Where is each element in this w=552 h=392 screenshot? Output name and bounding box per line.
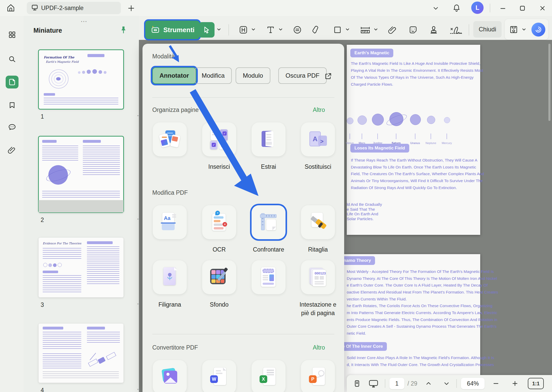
close-window-button[interactable] xyxy=(536,3,549,14)
mode-modifica-button[interactable]: Modifica xyxy=(194,67,232,84)
thumbnail-page-2[interactable] xyxy=(39,136,123,212)
page1-text-line: Radiation Of Strong Rays And Will Quickl… xyxy=(351,185,457,190)
actual-size-button[interactable]: 1:1 xyxy=(528,378,544,389)
attachments-paperclip-icon[interactable] xyxy=(6,144,19,156)
search-icon[interactable] xyxy=(6,53,19,66)
titlebar-chevron-down-icon[interactable] xyxy=(430,3,441,13)
sfondo-tile[interactable] xyxy=(202,260,236,294)
thumbnails-page-icon[interactable] xyxy=(6,76,19,88)
convert-word-tile[interactable]: W xyxy=(202,360,236,392)
tools-button-label: Strumenti xyxy=(163,26,194,34)
select-cursor-button[interactable] xyxy=(199,22,215,38)
measure-tool-icon[interactable] xyxy=(358,24,372,36)
ritaglia-tile[interactable] xyxy=(252,205,286,239)
zoom-in-icon[interactable] xyxy=(509,378,521,389)
thumbnail-page-3[interactable]: Evidence For The Theories xyxy=(39,238,123,297)
notifications-bell-icon[interactable] xyxy=(451,2,462,14)
estrai-tile[interactable]: ✓ ✓ xyxy=(202,122,236,156)
page2-text-line: vection Currents Within The Fluid. xyxy=(347,297,407,301)
thumb1-field-diagram xyxy=(44,67,73,91)
page1-text-line: Of The Various Types Of Rays in The Univ… xyxy=(351,75,474,80)
signature-tool-icon[interactable] xyxy=(449,24,464,36)
inserisci-tile[interactable] xyxy=(153,122,187,156)
panel-drag-handle[interactable]: ⋯ xyxy=(76,17,92,25)
apps-grid-icon[interactable] xyxy=(6,28,19,41)
measure-chevron-icon[interactable] xyxy=(372,26,379,33)
page1-text-line: Charged Particle Flows. xyxy=(351,82,393,87)
bates-label: Numerazione Bates xyxy=(343,300,344,318)
replace-pages-icon xyxy=(257,128,280,150)
convert-image-tile[interactable] xyxy=(153,360,187,392)
mode-modulo-button[interactable]: Modulo xyxy=(236,67,270,84)
comments-icon[interactable] xyxy=(6,121,19,134)
crop-icon xyxy=(257,211,280,233)
page2-text-line: ents Produce Magnetic Fields. Thus, The … xyxy=(347,317,497,322)
document-tab[interactable]: UPDF-2-sample xyxy=(27,2,121,14)
save-chevron-icon[interactable] xyxy=(521,26,527,33)
actual-size-label: 1:1 xyxy=(532,381,540,387)
previous-page-icon[interactable] xyxy=(423,378,434,389)
eraser-tool-icon[interactable] xyxy=(309,24,321,36)
bates-tile[interactable]: 000123 xyxy=(301,260,335,294)
confrontare-tile[interactable]: + ✕ xyxy=(202,205,236,239)
text-tool-icon[interactable] xyxy=(264,24,277,36)
intestazione-tile[interactable] xyxy=(252,260,286,294)
save-icon[interactable] xyxy=(508,24,520,35)
avatar[interactable]: L xyxy=(471,2,484,14)
organize-more-link[interactable]: Altro xyxy=(313,106,325,113)
dividi-tile[interactable] xyxy=(301,205,335,239)
mode-label: Modifica xyxy=(202,72,225,79)
presentation-mode-icon[interactable] xyxy=(366,378,381,389)
sostituisci-label: Sostituisci xyxy=(305,163,331,171)
text-chevron-icon[interactable] xyxy=(277,26,284,33)
reader-mode-icon[interactable] xyxy=(6,388,19,392)
ocr-tile[interactable]: Aa xyxy=(153,205,187,239)
next-page-icon[interactable] xyxy=(441,378,452,389)
converter-more-link[interactable]: Altro xyxy=(313,344,325,351)
bookmark-icon[interactable] xyxy=(6,99,19,112)
stamp-tool-icon[interactable] xyxy=(428,24,440,36)
sostituisci-tile[interactable] xyxy=(252,122,286,156)
page2-text-line: m Into Patterns That Generate Electric C… xyxy=(347,310,497,315)
filigrana-tile[interactable] xyxy=(153,260,187,294)
mode-oscura-pdf-button[interactable]: Oscura PDF xyxy=(278,67,327,84)
planet-neptune xyxy=(427,116,435,124)
page-panel-icon[interactable] xyxy=(351,378,363,389)
thumb4-satellite-drawing xyxy=(85,348,118,374)
minimize-button[interactable] xyxy=(496,3,510,14)
ruota-tile[interactable]: A > xyxy=(301,122,335,156)
mode-annotator-button[interactable]: Annotator xyxy=(152,67,196,84)
close-tools-label: Chiudi xyxy=(479,26,496,33)
highlight-tool-icon[interactable] xyxy=(237,24,250,36)
page-number-input[interactable]: 1 xyxy=(389,378,404,389)
shapes-chevron-icon[interactable] xyxy=(344,26,351,33)
comment-tool-icon[interactable] xyxy=(291,24,304,36)
cursor-chevron-icon[interactable] xyxy=(216,26,222,33)
pin-icon[interactable] xyxy=(119,26,128,35)
close-tools-button[interactable]: Chiudi xyxy=(473,21,502,38)
page1-heading2-badge: Loses Its Magnetic Field xyxy=(350,144,409,153)
ai-assistant-icon[interactable] xyxy=(531,23,545,37)
maximize-button[interactable] xyxy=(515,3,529,14)
thumbnail-page-1[interactable]: Formation Of The Earth's Magnetic Field xyxy=(39,50,123,109)
tools-menu-button[interactable]: Strumenti xyxy=(145,21,200,39)
converter-section-title: Convertitore PDF xyxy=(152,344,198,351)
new-tab-button[interactable] xyxy=(126,3,137,14)
tools-icon xyxy=(150,24,160,36)
compare-icon: + ✕ xyxy=(208,211,230,233)
open-external-icon[interactable] xyxy=(323,70,334,82)
canvas-scrollbar[interactable] xyxy=(548,44,550,121)
sticker-tool-icon[interactable] xyxy=(407,24,419,36)
attach-tool-paperclip-icon[interactable] xyxy=(386,24,399,36)
thumb2-globe-diagram xyxy=(46,163,70,188)
convert-ppt-tile[interactable]: P xyxy=(301,360,335,392)
convert-excel-tile[interactable]: X xyxy=(252,360,286,392)
zoom-out-icon[interactable] xyxy=(490,378,502,389)
home-button[interactable] xyxy=(4,2,18,14)
thumbnail-page-4[interactable] xyxy=(39,324,123,383)
shapes-tool-icon[interactable] xyxy=(331,24,344,36)
highlight-chevron-icon[interactable] xyxy=(250,26,257,33)
zoom-level-input[interactable]: 64% xyxy=(461,378,485,389)
organize-section-title: Organizza pagine xyxy=(152,106,199,113)
main-toolbar: Strumenti xyxy=(139,16,552,40)
